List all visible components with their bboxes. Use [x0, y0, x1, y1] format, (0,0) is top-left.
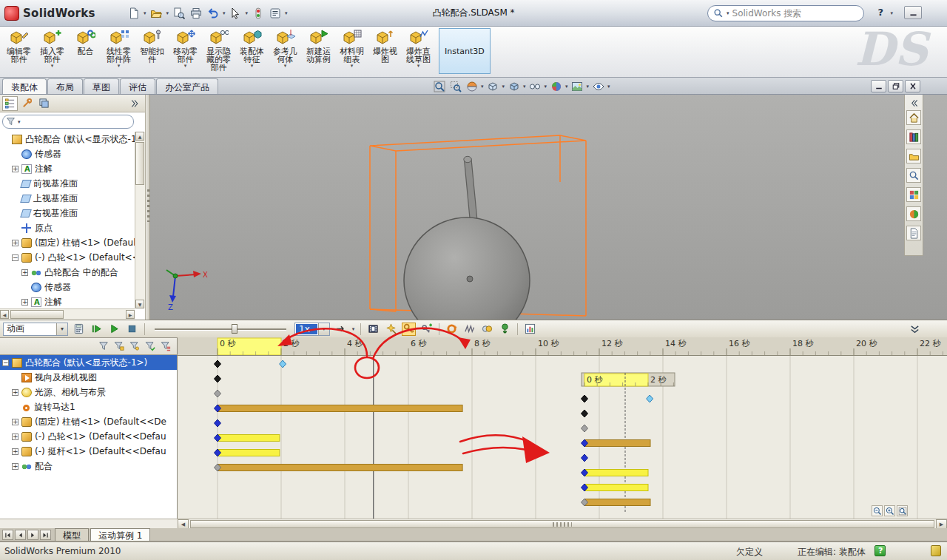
calculate-button[interactable] [72, 323, 86, 336]
open-icon[interactable] [149, 6, 164, 21]
view-settings-dropdown[interactable]: ▾ [607, 83, 611, 90]
expand-box-icon[interactable]: + [12, 463, 18, 470]
scroll-down-icon[interactable]: ▼ [135, 300, 144, 308]
quick-tips-icon[interactable] [874, 545, 886, 556]
stop-button[interactable] [125, 323, 139, 336]
display-style-icon[interactable] [506, 79, 522, 93]
collapse-box-icon[interactable]: − [12, 254, 18, 261]
panel-expand-chevron-icon[interactable] [128, 97, 141, 110]
playback-mode-dropdown[interactable]: ▾ [351, 325, 356, 333]
expand-box-icon[interactable]: + [12, 419, 18, 425]
timeline-zoom-in-button[interactable] [884, 505, 895, 516]
timeline-key[interactable] [215, 360, 221, 368]
display-style-dropdown[interactable]: ▾ [522, 83, 527, 90]
gravity-button[interactable] [498, 323, 512, 336]
playback-speed-select[interactable]: 1x▾ [294, 323, 330, 336]
feature-tree-hscrollbar[interactable]: ◀ ▶ [0, 308, 135, 320]
view-orientation-dropdown[interactable]: ▾ [502, 83, 506, 90]
expand-box-icon[interactable]: + [12, 434, 18, 440]
propertymanager-tab[interactable] [19, 96, 35, 111]
cam-assembly-model[interactable] [404, 156, 530, 320]
add-key-button[interactable] [419, 323, 434, 336]
cm-assembly-features-dropdown[interactable]: ▾ [251, 64, 254, 69]
view-palette-icon[interactable] [906, 187, 921, 202]
feature-tree-item[interactable]: 传感器 [0, 146, 135, 161]
feature-tree-item[interactable]: 传感器 [0, 280, 135, 294]
scroll-left-icon[interactable]: ◀ [0, 310, 9, 319]
ribbon-tab-1[interactable]: 装配体 [2, 78, 47, 94]
apply-scene-dropdown[interactable]: ▾ [586, 83, 590, 90]
appearances-icon[interactable] [906, 206, 921, 221]
print-preview-icon[interactable] [171, 6, 186, 21]
nav-next-button[interactable] [27, 530, 38, 540]
rebuild-icon[interactable] [250, 6, 266, 21]
cm-insert-component-dropdown[interactable]: ▾ [51, 64, 54, 69]
scrollbar-thumb[interactable] [10, 310, 64, 319]
cm-exploded-view-button[interactable]: 爆炸视 图 [368, 28, 402, 75]
motion-tree-item[interactable]: +(固定) 柱销<1> (Default<<De [0, 414, 177, 429]
window-close-button[interactable] [905, 80, 920, 92]
cm-bom-dropdown[interactable]: ▾ [351, 64, 354, 69]
cm-insert-component-button[interactable]: 插入零 部件▾ [36, 28, 69, 75]
cm-linear-pattern-dropdown[interactable]: ▾ [118, 64, 121, 69]
options-icon[interactable] [267, 6, 283, 21]
rod-tip[interactable] [464, 156, 471, 162]
tree-filter-box[interactable]: ▾ [2, 115, 134, 129]
motion-tree-item[interactable]: 视向及相机视图 [0, 370, 177, 385]
collapse-box-icon[interactable]: − [2, 360, 9, 366]
timeline-bar[interactable] [584, 499, 650, 506]
feature-tree-item[interactable]: +注解 [0, 161, 135, 176]
cm-explode-sketch-dropdown[interactable]: ▾ [417, 64, 420, 69]
cm-new-motion-study-button[interactable]: 新建运 动算例 [302, 28, 335, 75]
window-minimize-button[interactable] [871, 80, 886, 92]
study-type-select[interactable]: 动画▾ [3, 323, 68, 336]
filter-driving-icon[interactable] [128, 340, 141, 353]
motor-button[interactable] [445, 323, 459, 336]
motion-tree-item[interactable]: +(-) 凸轮<1> (Default<<Defau [0, 429, 177, 444]
timeline-bar[interactable] [584, 440, 650, 447]
edit-appearance-icon[interactable] [548, 79, 564, 93]
cam-disc[interactable] [404, 217, 530, 320]
options-dropdown[interactable]: ▾ [284, 10, 289, 17]
timeline-key[interactable] [215, 419, 221, 427]
timeline-key[interactable] [582, 454, 588, 462]
search-icon[interactable] [713, 8, 724, 18]
cm-mate-button[interactable]: 配合 [69, 28, 102, 75]
timeline-scrollbar[interactable]: ◀ ▶ [178, 519, 947, 529]
expand-box-icon[interactable]: + [12, 448, 18, 455]
select-icon[interactable] [228, 6, 243, 21]
cm-move-component-button[interactable]: 移动零 部件▾ [169, 28, 202, 75]
cm-smart-fasteners-button[interactable]: 智能扣 件 [135, 28, 169, 75]
ribbon-tab-2[interactable]: 布局 [47, 78, 83, 94]
window-restore-button[interactable] [888, 80, 903, 92]
cm-reference-geometry-dropdown[interactable]: ▾ [284, 64, 287, 69]
timebar-slider[interactable] [153, 323, 288, 336]
view-settings-icon[interactable] [590, 79, 606, 93]
tree-filter-dropdown[interactable]: ▾ [17, 118, 21, 126]
search-icon[interactable] [906, 168, 921, 183]
nav-prev-button[interactable] [15, 530, 26, 540]
cm-assembly-features-button[interactable]: 装配体 特征▾ [235, 28, 269, 75]
hide-show-items-dropdown[interactable]: ▾ [544, 83, 548, 90]
scrollbar-thumb[interactable] [135, 142, 144, 185]
nav-first-button[interactable] [2, 530, 13, 540]
play-from-start-button[interactable] [90, 323, 104, 336]
feature-tree-item[interactable]: +(固定) 柱销<1> (Defaul [0, 235, 135, 250]
filter-selected-icon[interactable] [144, 340, 157, 353]
search-box[interactable]: ▾ SolidWorks 搜索 [707, 5, 864, 21]
animation-wizard-button[interactable] [384, 323, 398, 336]
feature-tree-item[interactable]: 原点 [0, 220, 135, 235]
new-document-icon[interactable] [126, 6, 141, 21]
app-minimize-button[interactable] [904, 6, 922, 19]
feature-tree-item[interactable]: −(-) 凸轮<1> (Default<< [0, 250, 135, 265]
motionmanager-collapse-button[interactable] [908, 323, 922, 336]
task-pane-expand-icon[interactable] [906, 97, 921, 109]
cm-reference-geometry-button[interactable]: 参考几 何体▾ [269, 28, 302, 75]
motion-tree-item[interactable]: −凸轮配合 (默认<显示状态-1>) [0, 355, 177, 370]
zoom-area-icon[interactable] [448, 79, 463, 93]
filter-all-icon[interactable] [97, 340, 110, 353]
filter-results-icon[interactable] [159, 340, 172, 353]
file-explorer-icon[interactable] [906, 149, 921, 163]
feature-tree-item[interactable]: +凸轮配合 中的配合 [0, 265, 135, 280]
save-animation-button[interactable] [366, 323, 380, 336]
